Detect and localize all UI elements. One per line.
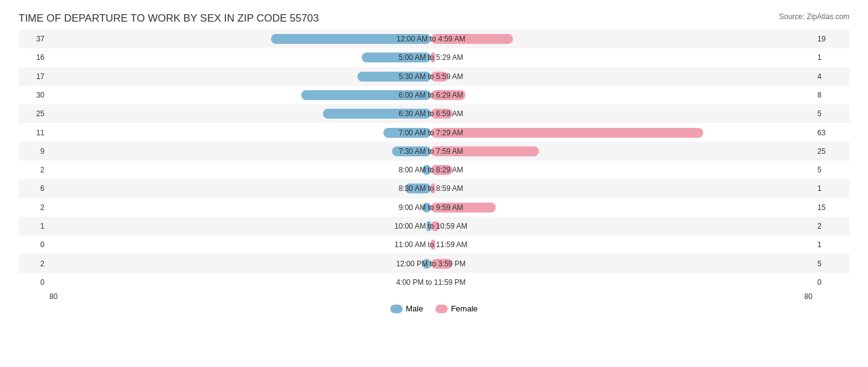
female-bar [431, 128, 703, 138]
legend-male: Male [390, 304, 423, 313]
left-value: 2 [19, 166, 49, 174]
time-label: 7:00 AM to 7:29 AM [399, 129, 464, 137]
x-axis: 80 80 [49, 292, 812, 301]
left-value: 0 [19, 278, 49, 287]
time-label: 4:00 PM to 11:59 PM [396, 278, 466, 287]
bars-center: 10:00 AM to 10:59 AM [49, 217, 812, 235]
bar-row: 011:00 AM to 11:59 AM1 [19, 235, 849, 254]
bars-center: 6:00 AM to 6:29 AM [49, 86, 812, 104]
bars-center: 4:00 PM to 11:59 PM [49, 273, 812, 292]
bar-row: 3712:00 AM to 4:59 AM19 [19, 30, 849, 48]
left-value: 30 [19, 91, 49, 99]
bar-row: 175:30 AM to 5:59 AM4 [19, 67, 849, 86]
chart-source: Source: ZipAtlas.com [779, 12, 849, 21]
bars-center: 8:00 AM to 8:29 AM [49, 161, 812, 179]
left-value: 17 [19, 72, 49, 81]
time-label: 12:00 AM to 4:59 AM [396, 35, 465, 43]
chart-container: TIME OF DEPARTURE TO WORK BY SEX IN ZIP … [0, 0, 868, 367]
bars-center: 12:00 PM to 3:59 PM [49, 254, 812, 272]
left-value: 6 [19, 184, 49, 193]
right-value: 8 [812, 91, 849, 99]
left-value: 2 [19, 203, 49, 212]
right-value: 1 [812, 53, 849, 62]
bar-row: 04:00 PM to 11:59 PM0 [19, 273, 849, 292]
bars-center: 8:30 AM to 8:59 AM [49, 179, 812, 198]
right-value: 5 [812, 109, 849, 118]
bar-row: 110:00 AM to 10:59 AM2 [19, 217, 849, 235]
bar-row: 29:00 AM to 9:59 AM15 [19, 198, 849, 217]
female-legend-box [435, 305, 448, 313]
left-value: 2 [19, 259, 49, 268]
rows-container: 3712:00 AM to 4:59 AM19165:00 AM to 5:29… [19, 30, 849, 292]
right-value: 4 [812, 72, 849, 81]
female-legend-label: Female [451, 304, 477, 313]
right-value: 5 [812, 166, 849, 174]
right-value: 1 [812, 240, 849, 249]
right-value: 0 [812, 278, 849, 287]
legend: Male Female [390, 304, 478, 313]
left-value: 0 [19, 240, 49, 249]
time-label: 11:00 AM to 11:59 AM [394, 240, 467, 249]
bar-row: 212:00 PM to 3:59 PM5 [19, 254, 849, 272]
right-value: 63 [812, 129, 849, 137]
right-value: 5 [812, 259, 849, 268]
left-value: 9 [19, 147, 49, 156]
right-value: 19 [812, 35, 849, 43]
time-label: 9:00 AM to 9:59 AM [399, 203, 464, 212]
bars-center: 5:00 AM to 5:29 AM [49, 48, 812, 67]
bar-row: 256:30 AM to 6:59 AM5 [19, 104, 849, 123]
bar-row: 28:00 AM to 8:29 AM5 [19, 161, 849, 179]
bars-center: 6:30 AM to 6:59 AM [49, 104, 812, 123]
time-label: 5:30 AM to 5:59 AM [399, 72, 464, 81]
chart-title: TIME OF DEPARTURE TO WORK BY SEX IN ZIP … [19, 12, 849, 25]
bars-center: 7:30 AM to 7:59 AM [49, 142, 812, 161]
time-label: 7:30 AM to 7:59 AM [399, 147, 464, 156]
time-label: 10:00 AM to 10:59 AM [394, 222, 467, 230]
time-label: 6:30 AM to 6:59 AM [399, 109, 464, 118]
time-label: 6:00 AM to 6:29 AM [399, 91, 464, 99]
bar-row: 68:30 AM to 8:59 AM1 [19, 179, 849, 198]
left-value: 25 [19, 109, 49, 118]
right-value: 25 [812, 147, 849, 156]
right-value: 2 [812, 222, 849, 230]
time-label: 5:00 AM to 5:29 AM [399, 53, 464, 62]
left-value: 11 [19, 129, 49, 137]
bar-row: 97:30 AM to 7:59 AM25 [19, 142, 849, 161]
chart-area: 3712:00 AM to 4:59 AM19165:00 AM to 5:29… [19, 30, 849, 316]
legend-female: Female [435, 304, 477, 313]
x-axis-right: 80 [804, 292, 812, 301]
bar-row: 117:00 AM to 7:29 AM63 [19, 123, 849, 141]
right-value: 15 [812, 203, 849, 212]
left-value: 1 [19, 222, 49, 230]
male-legend-box [390, 305, 403, 313]
left-value: 16 [19, 53, 49, 62]
time-label: 8:00 AM to 8:29 AM [399, 166, 464, 174]
time-label: 12:00 PM to 3:59 PM [396, 259, 466, 268]
bar-row: 165:00 AM to 5:29 AM1 [19, 48, 849, 67]
bar-row: 306:00 AM to 6:29 AM8 [19, 86, 849, 104]
bars-center: 11:00 AM to 11:59 AM [49, 235, 812, 254]
time-label: 8:30 AM to 8:59 AM [399, 184, 464, 193]
male-legend-label: Male [406, 304, 423, 313]
bars-center: 9:00 AM to 9:59 AM [49, 198, 812, 217]
x-axis-left: 80 [49, 292, 57, 301]
bars-center: 7:00 AM to 7:29 AM [49, 123, 812, 141]
bars-center: 12:00 AM to 4:59 AM [49, 30, 812, 48]
right-value: 1 [812, 184, 849, 193]
left-value: 37 [19, 35, 49, 43]
bars-center: 5:30 AM to 5:59 AM [49, 67, 812, 86]
